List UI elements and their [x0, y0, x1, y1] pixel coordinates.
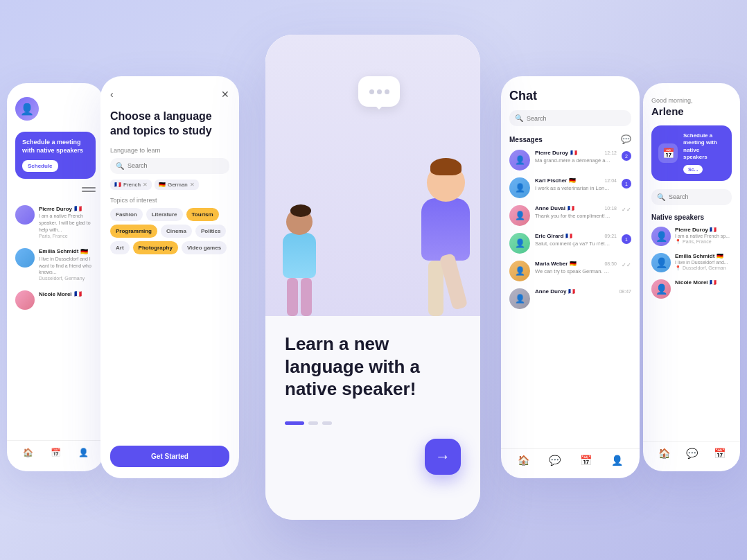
chip-programming[interactable]: Programming: [110, 225, 157, 238]
message-item-pierre[interactable]: 👤 Pierre Duroy 🇫🇷 12:12 Ma grand-mère a …: [509, 150, 631, 170]
french-flag: 🇫🇷: [114, 182, 121, 188]
read-check: ✓✓: [622, 262, 631, 268]
secondary-char-leg-left: [287, 278, 298, 316]
chip-photography[interactable]: Photography: [133, 241, 178, 254]
message-item-anne-duroy[interactable]: 👤 Anne Duroy 🇫🇷 08:47: [509, 288, 631, 309]
speakers-search-input[interactable]: [669, 193, 726, 200]
nav-profile-icon[interactable]: 👤: [77, 446, 89, 459]
language-section-label: Language to learn: [110, 147, 229, 154]
speaker-item-pierre[interactable]: 👤 Pierre Duroy 🇫🇷 I am a native French s…: [651, 227, 732, 246]
nav-home-icon[interactable]: 🏠: [658, 448, 670, 459]
message-time: 09:21: [604, 234, 617, 238]
remove-french-icon[interactable]: ✕: [143, 182, 148, 188]
person-location: Paris, France: [39, 234, 96, 238]
main-char-hair: [430, 158, 462, 175]
chat-search-input[interactable]: [527, 115, 626, 122]
schedule-button[interactable]: Schedule: [22, 160, 58, 172]
speaker-name: Nicole Morel 🇫🇷: [675, 279, 717, 286]
language-search[interactable]: 🔍: [110, 158, 229, 174]
main-char-body: [421, 198, 470, 261]
hero-headline: Learn a new language with a native speak…: [285, 333, 461, 401]
speaker-item-nicole[interactable]: 👤 Nicole Morel 🇫🇷: [651, 279, 732, 299]
language-search-input[interactable]: [128, 162, 224, 169]
chip-fashion[interactable]: Fashion: [110, 208, 143, 221]
filter-icon[interactable]: [82, 187, 96, 197]
chat-dot-2: [377, 89, 382, 94]
language-tag-french[interactable]: 🇫🇷 French ✕: [110, 180, 152, 190]
compose-icon[interactable]: 💬: [621, 134, 631, 144]
avatar: [15, 248, 35, 268]
secondary-char-leg-right: [301, 278, 312, 316]
pagination-dot-3[interactable]: [322, 421, 332, 425]
speaker-name: Pierre Duroy 🇫🇷: [675, 227, 730, 233]
avatar: 👤: [509, 233, 530, 254]
pagination-dot-1[interactable]: [285, 421, 304, 425]
close-button[interactable]: ✕: [221, 89, 229, 100]
search-icon: 🔍: [116, 162, 124, 170]
chip-literature[interactable]: Literature: [146, 208, 183, 221]
main-char-head: [427, 164, 465, 202]
location-icon: 📍: [675, 265, 681, 271]
nav-calendar-icon[interactable]: 📅: [714, 448, 726, 459]
location-icon: 📍: [675, 239, 681, 245]
user-name: Arlene: [651, 105, 732, 117]
get-started-button[interactable]: Get Started: [110, 446, 229, 467]
bottom-nav: 🏠 📅 👤: [7, 440, 104, 464]
message-body: Anne Duroy 🇫🇷 08:47: [535, 288, 631, 296]
speakers-search[interactable]: 🔍: [651, 189, 732, 205]
hero-text-area: Learn a new language with a native speak…: [265, 316, 480, 491]
read-check: ✓✓: [622, 207, 631, 213]
hero-nav-row: →: [285, 439, 461, 475]
back-button[interactable]: ‹: [110, 89, 114, 100]
nav-chat-icon[interactable]: 💬: [549, 455, 561, 466]
schedule-card-title: Schedule a meeting with native speakers: [683, 132, 725, 161]
user-avatar: 👤: [15, 97, 39, 121]
chip-art[interactable]: Art: [110, 241, 130, 254]
sender-name: Anne Duval 🇫🇷: [535, 205, 574, 211]
hero-background: [265, 35, 480, 316]
chip-tourism[interactable]: Tourism: [186, 208, 219, 221]
person-info: Emilia Schmidt 🇩🇪 I live in Dusseldorf a…: [39, 248, 96, 281]
chat-search[interactable]: 🔍: [509, 110, 631, 126]
phone-chat: Chat 🔍 Messages 💬 👤 Pierre Duroy 🇫🇷: [501, 76, 640, 478]
language-tag-german[interactable]: 🇩🇪 German ✕: [155, 180, 199, 190]
message-item-anne-duval[interactable]: 👤 Anne Duval 🇫🇷 10:18 Thank you for the …: [509, 205, 631, 226]
phone-language-chooser: ‹ ✕ Choose a language and topics to stud…: [100, 76, 239, 478]
bottom-nav: 🏠 💬 📅: [643, 441, 740, 464]
nav-calendar-icon[interactable]: 📅: [580, 455, 592, 466]
messages-section-title: Messages: [509, 136, 543, 143]
nav-home-icon[interactable]: 🏠: [518, 455, 529, 466]
list-item[interactable]: Emilia Schmidt 🇩🇪 I live in Dusseldorf a…: [15, 248, 96, 281]
person-desc: I am a native French speaker. I will be …: [39, 213, 96, 233]
speaker-location: 📍 Dusseldorf, German: [675, 265, 728, 271]
schedule-banner: 📅 Schedule a meeting with native speaker…: [651, 125, 732, 181]
nav-profile-icon[interactable]: 👤: [611, 455, 623, 466]
message-item-eric[interactable]: 👤 Eric Girard 🇫🇷 09:21 Salut, comment ça…: [509, 233, 631, 254]
schedule-card-text: Schedule a meeting with native speakers …: [683, 132, 725, 174]
nav-calendar-icon[interactable]: 📅: [49, 446, 62, 459]
remove-german-icon[interactable]: ✕: [190, 182, 195, 188]
schedule-card: Schedule a meeting with native speakers …: [15, 132, 96, 179]
sender-name: Anne Duroy 🇫🇷: [535, 288, 575, 295]
schedule-button[interactable]: Sc...: [683, 165, 703, 174]
message-item-maria[interactable]: 👤 Maria Weber 🇩🇪 08:50 We can try to spe…: [509, 261, 631, 281]
chip-cinema[interactable]: Cinema: [161, 225, 192, 238]
message-preview: Ma grand-mère a déménagé au Royaume-Uni …: [535, 157, 611, 165]
avatar: [15, 290, 35, 310]
chip-video-games[interactable]: Video games: [182, 241, 227, 254]
pagination-dot-2[interactable]: [308, 421, 318, 425]
list-item[interactable]: Pierre Duroy 🇫🇷 I am a native French spe…: [15, 205, 96, 238]
search-icon: 🔍: [515, 114, 523, 122]
message-time: 12:04: [604, 178, 617, 183]
nav-chat-icon[interactable]: 💬: [686, 448, 698, 459]
speaker-item-emilia[interactable]: 👤 Emilia Schmidt 🇩🇪 I live in Dusseldorf…: [651, 253, 732, 272]
chip-politics[interactable]: Politics: [195, 225, 226, 238]
avatar: 👤: [509, 205, 530, 226]
message-item-karl[interactable]: 👤 Karl Fischer 🇩🇪 12:04 I work as a vete…: [509, 177, 631, 198]
nav-home-icon[interactable]: 🏠: [21, 446, 34, 459]
french-label: French: [123, 182, 141, 188]
next-button[interactable]: →: [425, 439, 461, 475]
greeting-text: Good morning,: [651, 97, 732, 104]
list-item[interactable]: Nicole Morel 🇫🇷: [15, 290, 96, 310]
unread-badge: 1: [622, 234, 631, 244]
